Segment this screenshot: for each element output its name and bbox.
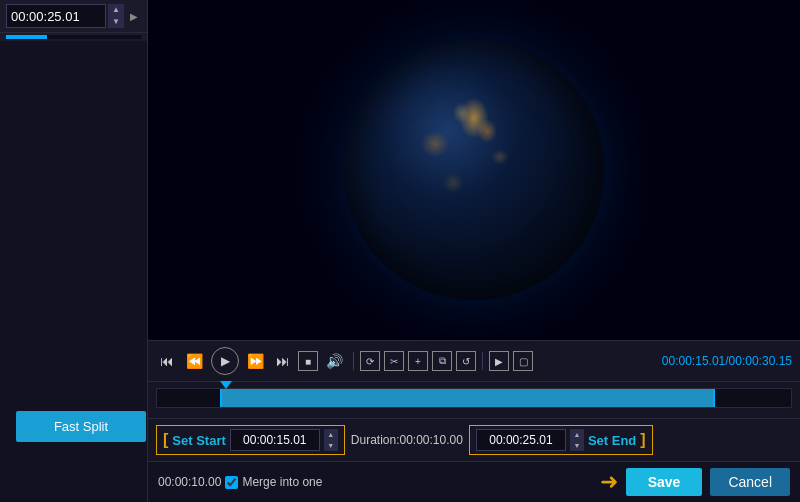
merge-label-text: Merge into one (242, 475, 322, 489)
skip-back-button[interactable]: ⏮ (156, 350, 178, 372)
sidebar-scroll-right[interactable]: ▶ (126, 4, 141, 28)
skip-fwd-button[interactable]: ⏭ (272, 350, 294, 372)
end-time-input[interactable] (476, 429, 566, 451)
set-end-group: ▲ ▼ Set End ] (469, 425, 653, 455)
timeline-area[interactable] (148, 382, 800, 418)
end-time-up[interactable]: ▲ (570, 429, 584, 440)
time-display: 00:00:15.01/00:00:30.15 (662, 354, 792, 368)
duration-label: Duration:00:00:10.00 (351, 433, 463, 447)
add-button[interactable]: + (408, 351, 428, 371)
start-time-input[interactable] (230, 429, 320, 451)
total-time: 00:00:30.15 (729, 354, 792, 368)
reset-button[interactable]: ↺ (456, 351, 476, 371)
timeline-track[interactable] (156, 388, 792, 408)
controls-bar: ⏮ ⏪ ▶ ⏩ ⏭ ■ 🔊 ⟳ ✂ + ⧉ ↺ ▶ ▢ 00:00:15.01/… (148, 340, 800, 382)
start-time-down[interactable]: ▼ (324, 440, 338, 451)
video-preview (148, 0, 800, 340)
sidebar-progress-fill (6, 35, 47, 39)
sidebar-time-area: ▲ ▼ ▶ (0, 0, 147, 33)
timeline-selection (220, 389, 715, 407)
separator-1 (353, 352, 354, 370)
arrow-icon: ➜ (600, 469, 618, 495)
timeline-marker (220, 381, 232, 389)
sidebar-time-input[interactable] (6, 4, 106, 28)
start-bracket: [ (163, 431, 168, 449)
sidebar-time-down[interactable]: ▼ (108, 16, 124, 28)
loop-button[interactable]: ⟳ (360, 351, 380, 371)
footer-time: 00:00:10.00 (158, 475, 221, 489)
earth-atmosphere (344, 40, 604, 300)
copy-button[interactable]: ⧉ (432, 351, 452, 371)
set-start-group: [ Set Start ▲ ▼ (156, 425, 345, 455)
cut-button[interactable]: ✂ (384, 351, 404, 371)
sidebar-progress-bar (6, 35, 141, 39)
merge-checkbox-group: 00:00:10.00 Merge into one (158, 475, 322, 489)
start-time-up[interactable]: ▲ (324, 429, 338, 440)
fast-split-button[interactable]: Fast Split (16, 411, 146, 442)
sidebar-time-up[interactable]: ▲ (108, 4, 124, 16)
step-back-button[interactable]: ⏪ (182, 350, 207, 372)
main-content: ⏮ ⏪ ▶ ⏩ ⏭ ■ 🔊 ⟳ ✂ + ⧉ ↺ ▶ ▢ 00:00:15.01/… (148, 0, 800, 502)
duration-text-label: Duration: (351, 433, 400, 447)
set-end-button[interactable]: Set End (588, 433, 636, 448)
frame-button[interactable]: ▢ (513, 351, 533, 371)
volume-button[interactable]: 🔊 (322, 350, 347, 372)
cancel-button[interactable]: Cancel (710, 468, 790, 496)
step-fwd-button[interactable]: ⏩ (243, 350, 268, 372)
play-button[interactable]: ▶ (211, 347, 239, 375)
bottom-controls: [ Set Start ▲ ▼ Duration:00:00:10.00 ▲ ▼ (148, 418, 800, 461)
sidebar: ▲ ▼ ▶ Fast Split (0, 0, 148, 502)
set-start-button[interactable]: Set Start (172, 433, 225, 448)
separator-2 (482, 352, 483, 370)
merge-checkbox[interactable] (225, 476, 238, 489)
current-time: 00:00:15.01 (662, 354, 725, 368)
footer-bar: 00:00:10.00 Merge into one ➜ Save Cancel (148, 461, 800, 502)
end-time-down[interactable]: ▼ (570, 440, 584, 451)
stop-button[interactable]: ■ (298, 351, 318, 371)
earth-image (344, 40, 604, 300)
save-button[interactable]: Save (626, 468, 703, 496)
end-bracket: ] (640, 431, 645, 449)
play2-button[interactable]: ▶ (489, 351, 509, 371)
duration-value: 00:00:10.00 (400, 433, 463, 447)
